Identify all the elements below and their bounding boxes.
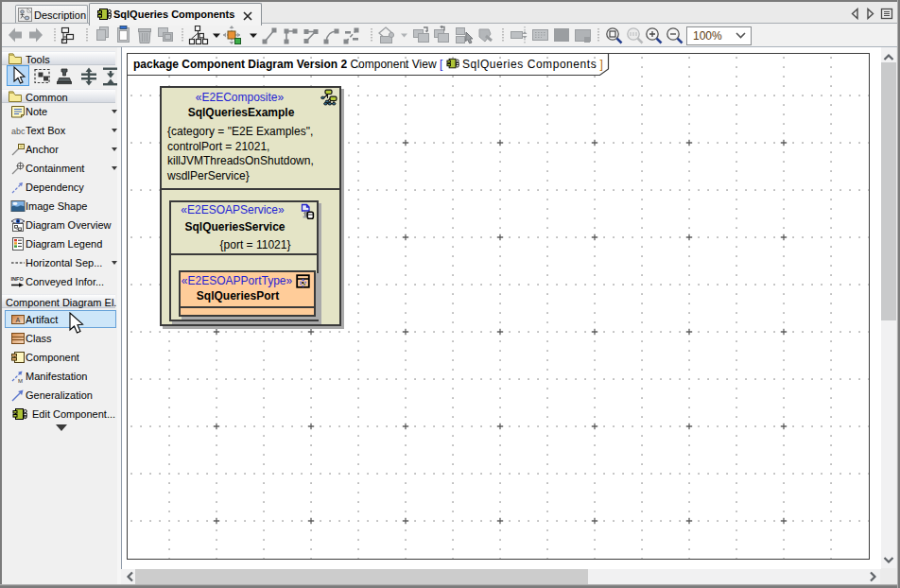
svg-text:M: M bbox=[18, 378, 23, 384]
svg-text:100%: 100% bbox=[693, 29, 722, 43]
svg-text:INFO: INFO bbox=[11, 276, 25, 282]
svg-text:abc: abc bbox=[11, 127, 26, 136]
svg-text:A: A bbox=[16, 317, 21, 323]
